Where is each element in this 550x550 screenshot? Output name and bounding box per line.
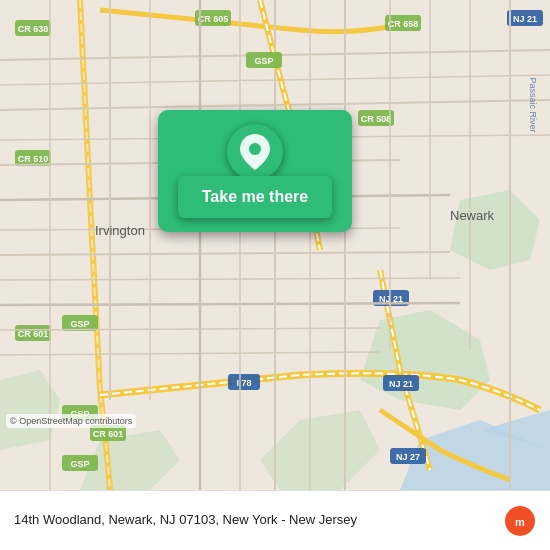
take-me-there-button[interactable]: Take me there — [178, 176, 332, 218]
svg-text:CR 601: CR 601 — [93, 429, 124, 439]
svg-text:GSP: GSP — [70, 319, 89, 329]
green-card: Take me there — [158, 110, 352, 232]
svg-text:CR 658: CR 658 — [388, 19, 419, 29]
svg-text:m: m — [515, 516, 525, 528]
location-pin-icon — [227, 124, 283, 180]
svg-text:CR 605: CR 605 — [198, 14, 229, 24]
svg-text:NJ 27: NJ 27 — [396, 452, 420, 462]
moovit-logo: m — [504, 505, 536, 537]
svg-text:CR 508: CR 508 — [361, 114, 392, 124]
bottom-bar: 14th Woodland, Newark, NJ 07103, New Yor… — [0, 490, 550, 550]
svg-text:NJ 21: NJ 21 — [513, 14, 537, 24]
osm-credit: © OpenStreetMap contributors — [6, 414, 136, 428]
svg-text:CR 638: CR 638 — [18, 24, 49, 34]
address-text: 14th Woodland, Newark, NJ 07103, New Yor… — [14, 511, 504, 529]
svg-text:Newark: Newark — [450, 208, 495, 223]
moovit-icon: m — [504, 505, 536, 537]
svg-text:NJ 21: NJ 21 — [389, 379, 413, 389]
svg-point-68 — [249, 143, 261, 155]
popup-container: Take me there — [155, 110, 355, 232]
svg-text:GSP: GSP — [70, 459, 89, 469]
svg-text:I 78: I 78 — [236, 378, 251, 388]
svg-text:GSP: GSP — [254, 56, 273, 66]
svg-text:CR 510: CR 510 — [18, 154, 49, 164]
svg-text:Irvington: Irvington — [95, 223, 145, 238]
map-container: GSP GSP GSP I 78 NJ 21 NJ 21 NJ 27 CR 60… — [0, 0, 550, 490]
svg-text:Passaic River: Passaic River — [528, 77, 538, 132]
